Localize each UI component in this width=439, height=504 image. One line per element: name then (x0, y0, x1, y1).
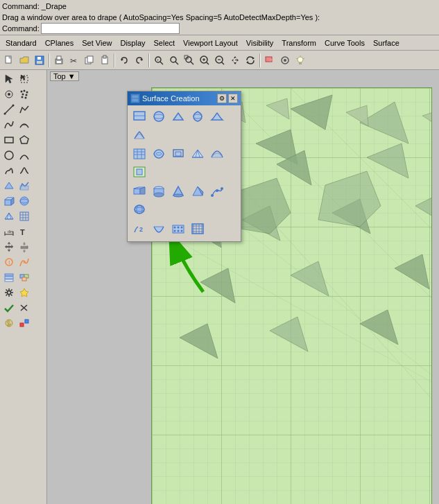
move-button[interactable] (1, 239, 17, 254)
polyline-button[interactable] (17, 102, 32, 117)
svg-point-170 (178, 230, 180, 232)
rotate-view-button[interactable] (243, 53, 258, 68)
analyze-button[interactable]: ! (1, 254, 17, 270)
menu-visibility[interactable]: Visibility (242, 37, 278, 49)
menu-transform[interactable]: Transform (277, 37, 320, 49)
copy-transform-button[interactable] (17, 239, 32, 254)
revolve-button[interactable] (189, 108, 207, 125)
cut-button[interactable]: ✂ (67, 53, 82, 68)
svg-line-15 (160, 62, 163, 64)
loft-button[interactable] (208, 108, 226, 125)
menu-cplanes[interactable]: CPlanes (41, 37, 78, 49)
rectangle-button[interactable] (1, 132, 17, 148)
arc-button[interactable] (17, 148, 32, 163)
curvature-button[interactable] (17, 254, 32, 270)
offset-srf-button[interactable] (169, 146, 187, 162)
control-pts-button[interactable] (208, 183, 226, 200)
polygon-button[interactable] (17, 132, 32, 148)
menu-setview[interactable]: Set View (78, 37, 116, 49)
lights-button[interactable] (293, 53, 308, 68)
mesh-from-closed-button[interactable] (130, 201, 148, 218)
svg-marker-58 (20, 136, 28, 144)
cylinder-button[interactable] (150, 183, 168, 200)
panel-row-2 (130, 145, 239, 181)
cancel-left-button[interactable] (17, 300, 32, 315)
point-cloud-button[interactable] (17, 87, 32, 102)
paste-button[interactable] (97, 53, 112, 68)
import-button[interactable] (1, 315, 17, 331)
point-button[interactable] (1, 87, 17, 102)
surface-button[interactable] (1, 178, 17, 193)
circle-button[interactable] (1, 148, 17, 163)
rail-revolve-button[interactable]: 2 (130, 220, 148, 237)
cone-button[interactable] (169, 183, 187, 200)
svg-rect-95 (25, 320, 28, 323)
render-button[interactable] (262, 53, 277, 68)
menu-display[interactable]: Display (116, 37, 149, 49)
pan-button[interactable] (227, 53, 243, 68)
menu-standard[interactable]: Standard (1, 37, 41, 49)
pyramid-button[interactable] (189, 183, 207, 200)
zoom-window-button[interactable]: + (151, 53, 166, 68)
svg-point-55 (12, 105, 15, 107)
blend-srf-button[interactable] (208, 146, 226, 162)
extra-button[interactable] (17, 315, 32, 331)
box-button[interactable] (1, 193, 17, 209)
redo-button[interactable] (132, 53, 147, 68)
osnap-button[interactable] (277, 53, 293, 68)
zoom-extents-button[interactable] (166, 53, 182, 68)
line-button[interactable] (1, 102, 17, 117)
zoom-in-button[interactable] (197, 53, 212, 68)
command-input[interactable] (41, 23, 180, 34)
blend-curve-button[interactable] (17, 163, 32, 178)
select-window-button[interactable] (17, 71, 32, 87)
osnap-toggle-button[interactable] (17, 285, 32, 300)
svg-rect-94 (20, 323, 24, 327)
mesh-tools-button[interactable] (17, 209, 32, 224)
surface-tools-button[interactable] (17, 178, 32, 193)
curve-tools-button[interactable] (17, 117, 32, 132)
drape-button[interactable] (150, 220, 168, 237)
zoom-all-button[interactable] (182, 53, 197, 68)
check-button[interactable] (1, 300, 17, 315)
sphere-button[interactable] (17, 193, 32, 209)
group-button[interactable] (17, 270, 32, 285)
zoom-out-button[interactable] (212, 53, 227, 68)
surface-from-corner-button[interactable] (130, 108, 148, 125)
menu-select[interactable]: Select (150, 37, 180, 49)
menu-curve-tools[interactable]: Curve Tools (320, 37, 369, 49)
plane-button[interactable] (189, 146, 207, 162)
panel-gear-button[interactable]: ⚙ (217, 94, 227, 103)
new-button[interactable] (1, 53, 17, 68)
network-srf-button[interactable] (130, 146, 148, 162)
fill-hole-button[interactable] (130, 164, 148, 180)
text-button[interactable]: T (17, 224, 32, 239)
layer-button[interactable] (1, 270, 17, 285)
panel-close-button[interactable]: ✕ (228, 94, 238, 103)
viewport-dropdown-icon[interactable]: ▼ (68, 72, 76, 80)
print-button[interactable] (51, 53, 67, 68)
viewport-top-label[interactable]: Top ▼ (50, 71, 79, 81)
curve-button[interactable] (1, 117, 17, 132)
mesh-button[interactable] (1, 209, 17, 224)
sweep1-button[interactable] (130, 126, 148, 143)
patch-button[interactable] (150, 146, 168, 162)
svg-marker-30 (252, 57, 255, 60)
surface-from-3pts-button[interactable] (150, 108, 168, 125)
select-arrow-button[interactable] (1, 71, 17, 87)
svg-point-19 (186, 57, 191, 62)
hatch-button[interactable] (189, 220, 207, 237)
extrude-curve-button[interactable] (169, 108, 187, 125)
settings-button[interactable] (1, 285, 17, 300)
menu-viewport-layout[interactable]: Viewport Layout (179, 37, 242, 49)
copy-button[interactable] (82, 53, 97, 68)
open-button[interactable] (17, 53, 32, 68)
srf-from-pts-button[interactable] (169, 220, 187, 237)
3d-face-button[interactable] (130, 183, 148, 200)
freeform-button[interactable] (1, 163, 17, 178)
undo-button[interactable] (117, 53, 132, 68)
dimension-button[interactable]: dim (1, 224, 17, 239)
viewport[interactable]: Top ▼ (47, 70, 439, 504)
menu-surface[interactable]: Surface (369, 37, 404, 49)
save-button[interactable] (32, 53, 47, 68)
